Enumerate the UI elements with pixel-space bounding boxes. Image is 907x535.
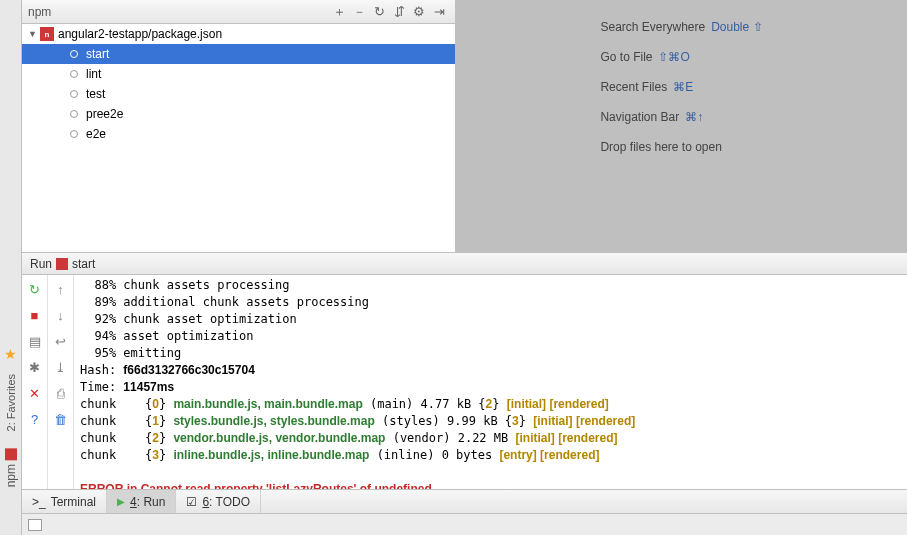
console-output[interactable]: 88% chunk assets processing 89% addition… [74,275,907,489]
left-tool-rail: ★ 2: Favorites npm [0,0,22,535]
todo-icon: ☑ [186,495,197,509]
run-header-label: Run [30,257,52,271]
hide-icon[interactable]: ⇥ [429,2,449,22]
refresh-icon[interactable]: ↻ [369,2,389,22]
run-toolbar-primary: ↻ ■ ▤ ✱ ✕ ? [22,275,48,489]
root-label: angular2-testapp/package.json [58,27,222,41]
stop-icon[interactable]: ■ [25,305,45,325]
terminal-tab[interactable]: >_ Terminal [22,490,107,513]
down-icon[interactable]: ↓ [51,305,71,325]
remove-icon[interactable]: － [349,2,369,22]
pin-icon[interactable]: ✱ [25,357,45,377]
npm-icon [5,448,17,460]
npm-tool-tab[interactable]: npm [4,440,18,495]
status-bar [22,513,907,535]
editor-placeholder: Search Everywhere Double ⇧Go to File ⇧⌘O… [456,0,907,252]
layout-icon[interactable]: ▤ [25,331,45,351]
npm-panel-title: npm [28,5,329,19]
bullet-icon [70,70,78,78]
bullet-icon [70,50,78,58]
npm-file-icon: n [40,27,54,41]
wrap-icon[interactable]: ↩ [51,331,71,351]
play-icon: ▶ [117,496,125,507]
favorites-star-icon: ★ [4,342,17,366]
script-e2e[interactable]: e2e [22,124,455,144]
trash-icon[interactable]: 🗑 [51,409,71,429]
expand-icon[interactable]: ⇵ [389,2,409,22]
terminal-icon: >_ [32,495,46,509]
close-icon[interactable]: ✕ [25,383,45,403]
chevron-down-icon[interactable]: ▼ [28,29,40,39]
placeholder-line: Navigation Bar ⌘↑ [600,110,703,124]
placeholder-line: Go to File ⇧⌘O [600,50,689,64]
bullet-icon [70,110,78,118]
status-box-icon[interactable] [28,519,42,531]
script-start[interactable]: start [22,44,455,64]
placeholder-line: Drop files here to open [600,140,721,154]
bullet-icon [70,130,78,138]
run-tab[interactable]: ▶ 4: Run [107,490,176,513]
npm-tree: ▼ n angular2-testapp/package.json startl… [22,24,455,252]
script-test[interactable]: test [22,84,455,104]
rerun-icon[interactable]: ↻ [25,279,45,299]
favorites-tool-tab[interactable]: 2: Favorites [5,366,17,439]
scroll-icon[interactable]: ⤓ [51,357,71,377]
bullet-icon [70,90,78,98]
print-icon[interactable]: ⎙ [51,383,71,403]
bottom-tool-bar: >_ Terminal ▶ 4: Run ☑ 6: TODO [22,489,907,513]
script-pree2e[interactable]: pree2e [22,104,455,124]
placeholder-line: Recent Files ⌘E [600,80,693,94]
todo-tab[interactable]: ☑ 6: TODO [176,490,261,513]
run-toolbar-secondary: ↑ ↓ ↩ ⤓ ⎙ 🗑 [48,275,74,489]
add-icon[interactable]: ＋ [329,2,349,22]
placeholder-line: Search Everywhere Double ⇧ [600,20,762,34]
help-icon[interactable]: ? [25,409,45,429]
script-lint[interactable]: lint [22,64,455,84]
run-tool-window: Run start ↻ ■ ▤ ✱ ✕ ? ↑ ↓ ↩ ⤓ ⎙ 🗑 88% ch… [22,252,907,489]
npm-icon [56,258,68,270]
tree-root[interactable]: ▼ n angular2-testapp/package.json [22,24,455,44]
up-icon[interactable]: ↑ [51,279,71,299]
npm-scripts-panel: npm ＋ － ↻ ⇵ ⚙ ⇥ ▼ n angular2-testapp/pac… [22,0,456,252]
run-config-name: start [72,257,95,271]
settings-icon[interactable]: ⚙ [409,2,429,22]
